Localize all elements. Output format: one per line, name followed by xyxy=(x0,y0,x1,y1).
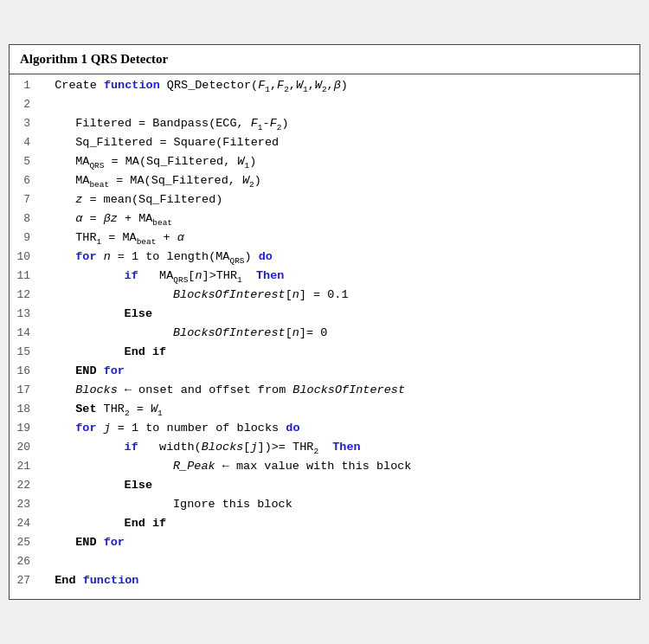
line-content-27: End function xyxy=(41,574,639,587)
line-content-14: BlocksOfInterest[n]= 0 xyxy=(41,326,639,339)
line-19: 19 for j = 1 to number of blocks do xyxy=(10,421,639,440)
line-num-24: 24 xyxy=(10,517,41,530)
line-num-11: 11 xyxy=(10,269,41,282)
line-num-21: 21 xyxy=(10,460,41,473)
line-content-13: Else xyxy=(41,307,639,320)
line-num-23: 23 xyxy=(10,498,41,511)
line-num-5: 5 xyxy=(10,155,41,168)
line-10: 10 for n = 1 to length(MAQRS) do xyxy=(10,249,639,268)
line-16: 16 END for xyxy=(10,364,639,383)
line-26: 26 xyxy=(10,554,639,573)
line-1: 1 Create function QRS_Detector(F1,F2,W1,… xyxy=(10,78,639,97)
line-23: 23 Ignore this block xyxy=(10,497,639,516)
line-num-15: 15 xyxy=(10,345,41,358)
line-num-14: 14 xyxy=(10,326,41,339)
line-content-25: END for xyxy=(41,536,639,549)
line-num-12: 12 xyxy=(10,288,41,301)
line-3: 3 Filtered = Bandpass(ECG, F1-F2) xyxy=(10,116,639,135)
line-num-10: 10 xyxy=(10,250,41,263)
line-content-2 xyxy=(41,98,639,111)
line-4: 4 Sq_Filtered = Square(Filtered xyxy=(10,135,639,154)
line-content-21: R_Peak ← max value with this block xyxy=(41,460,639,473)
line-num-13: 13 xyxy=(10,307,41,320)
line-15: 15 End if xyxy=(10,345,639,364)
line-content-22: Else xyxy=(41,479,639,492)
line-content-11: if MAQRS[n]>THR1 Then xyxy=(41,269,639,285)
algorithm-content: 1 Create function QRS_Detector(F1,F2,W1,… xyxy=(10,74,639,599)
line-8: 8 α = βz + MAbeat xyxy=(10,211,639,230)
line-num-27: 27 xyxy=(10,574,41,587)
line-13: 13 Else xyxy=(10,306,639,325)
line-12: 12 BlocksOfInterest[n] = 0.1 xyxy=(10,287,639,306)
line-content-24: End if xyxy=(41,517,639,530)
line-9: 9 THR1 = MAbeat + α xyxy=(10,230,639,249)
line-17: 17 Blocks ← onset and offset from Blocks… xyxy=(10,383,639,402)
line-7: 7 z = mean(Sq_Filtered) xyxy=(10,192,639,211)
line-num-8: 8 xyxy=(10,212,41,225)
line-content-10: for n = 1 to length(MAQRS) do xyxy=(41,250,639,266)
line-num-25: 25 xyxy=(10,536,41,549)
line-content-3: Filtered = Bandpass(ECG, F1-F2) xyxy=(41,117,639,132)
line-num-17: 17 xyxy=(10,383,41,396)
line-num-22: 22 xyxy=(10,479,41,492)
algorithm-number: Algorithm 1 xyxy=(20,52,87,66)
algorithm-name: QRS Detector xyxy=(91,52,169,66)
line-27: 27 End function xyxy=(10,573,639,592)
line-content-4: Sq_Filtered = Square(Filtered xyxy=(41,136,639,149)
line-25: 25 END for xyxy=(10,535,639,554)
line-5: 5 MAQRS = MA(Sq_Filtered, W1) xyxy=(10,154,639,173)
line-content-17: Blocks ← onset and offset from BlocksOfI… xyxy=(41,383,639,396)
line-11: 11 if MAQRS[n]>THR1 Then xyxy=(10,268,639,287)
line-num-6: 6 xyxy=(10,174,41,187)
line-21: 21 R_Peak ← max value with this block xyxy=(10,459,639,478)
line-content-18: Set THR2 = W1 xyxy=(41,402,639,418)
algorithm-box: Algorithm 1 QRS Detector 1 Create functi… xyxy=(9,44,640,600)
line-20: 20 if width(Blocks[j])>= THR2 Then xyxy=(10,440,639,459)
line-content-6: MAbeat = MA(Sq_Filtered, W2) xyxy=(41,174,639,190)
line-num-26: 26 xyxy=(10,555,41,568)
line-num-18: 18 xyxy=(10,402,41,415)
line-num-4: 4 xyxy=(10,136,41,149)
line-22: 22 Else xyxy=(10,478,639,497)
line-content-8: α = βz + MAbeat xyxy=(41,212,639,228)
line-content-19: for j = 1 to number of blocks do xyxy=(41,422,639,435)
line-content-16: END for xyxy=(41,364,639,377)
line-num-2: 2 xyxy=(10,98,41,111)
line-num-7: 7 xyxy=(10,193,41,206)
line-content-9: THR1 = MAbeat + α xyxy=(41,231,639,247)
line-content-23: Ignore this block xyxy=(41,498,639,511)
algorithm-title: Algorithm 1 QRS Detector xyxy=(10,45,639,74)
line-content-12: BlocksOfInterest[n] = 0.1 xyxy=(41,288,639,301)
line-24: 24 End if xyxy=(10,516,639,535)
line-num-1: 1 xyxy=(10,79,41,92)
line-2: 2 xyxy=(10,97,639,116)
line-content-1: Create function QRS_Detector(F1,F2,W1,W2… xyxy=(41,79,639,94)
line-content-15: End if xyxy=(41,345,639,358)
line-content-5: MAQRS = MA(Sq_Filtered, W1) xyxy=(41,155,639,171)
line-num-3: 3 xyxy=(10,117,41,130)
line-num-19: 19 xyxy=(10,422,41,435)
line-14: 14 BlocksOfInterest[n]= 0 xyxy=(10,325,639,345)
line-18: 18 Set THR2 = W1 xyxy=(10,402,639,421)
line-content-26 xyxy=(41,555,639,568)
line-content-7: z = mean(Sq_Filtered) xyxy=(41,193,639,206)
line-num-16: 16 xyxy=(10,364,41,377)
line-num-20: 20 xyxy=(10,441,41,454)
line-num-9: 9 xyxy=(10,231,41,244)
line-content-20: if width(Blocks[j])>= THR2 Then xyxy=(41,441,639,456)
line-6: 6 MAbeat = MA(Sq_Filtered, W2) xyxy=(10,173,639,192)
